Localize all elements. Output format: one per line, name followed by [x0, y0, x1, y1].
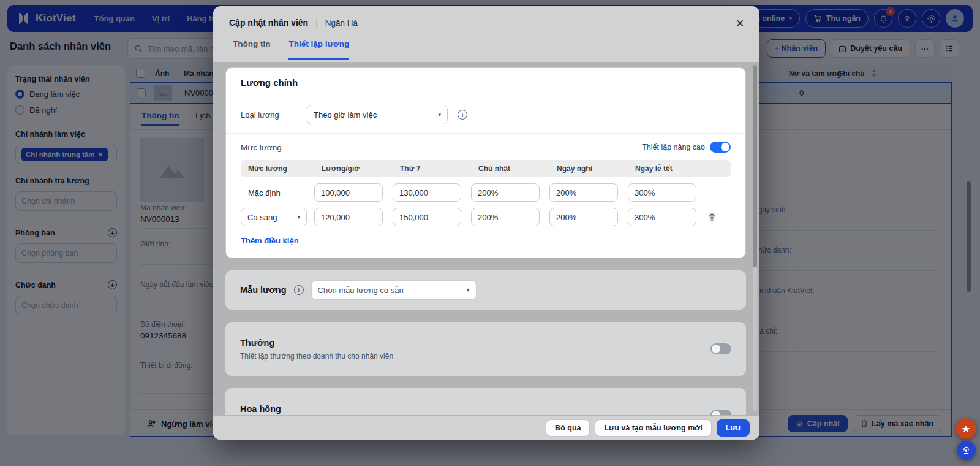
rating-fab-button[interactable]: ★ [956, 418, 976, 439]
commission-toggle[interactable] [710, 410, 731, 415]
advanced-setting: Thiết lập nâng cao [642, 142, 731, 153]
th-sunday: Chủ nhật [471, 164, 549, 173]
salary-type-select[interactable]: Theo giờ làm việc ▾ [307, 105, 448, 124]
support-fab-button[interactable] [957, 441, 976, 460]
bonus-title: Thưởng [240, 338, 393, 348]
salary-level-label: Mức lương [241, 143, 282, 152]
bonus-subtitle: Thiết lập thưởng theo doanh thu cho nhân… [240, 352, 393, 361]
bonus-card: Thưởng Thiết lập thưởng theo doanh thu c… [225, 322, 746, 376]
salary-table: Mức lương Lương/giờ Thứ 7 Chủ nhật Ngày … [241, 160, 731, 226]
skip-button[interactable]: Bỏ qua [546, 419, 590, 437]
shift-holiday-input[interactable] [628, 208, 696, 226]
salary-type-info-icon[interactable]: i [458, 110, 467, 120]
modal-title: Cập nhật nhân viên [229, 18, 308, 28]
salary-level-section: Mức lương Thiết lập nâng cao Mức lương L… [226, 134, 745, 258]
modal-tabs: Thông tin Thiết lập lương [213, 39, 760, 60]
modal-footer: Bỏ qua Lưu và tạo mẫu lương mới Lưu [213, 415, 760, 440]
star-icon: ★ [962, 423, 970, 435]
shift-dayoff-input[interactable] [549, 208, 618, 226]
shift-sunday-input[interactable] [471, 208, 540, 226]
default-dayoff-input[interactable] [549, 183, 618, 202]
th-holiday: Ngày lễ tết [628, 164, 706, 173]
salary-row-default: Mặc định [241, 183, 731, 202]
th-hourly: Lương/giờ [314, 164, 393, 173]
default-saturday-input[interactable] [393, 183, 461, 202]
advanced-toggle[interactable] [710, 142, 731, 153]
app-screen: KiotViet Tổng quan Vị trí Hàng hóa Đơn h… [0, 0, 980, 466]
delete-row-button[interactable] [706, 212, 717, 222]
close-icon[interactable]: ✕ [733, 16, 747, 31]
salary-template-card: Mẫu lương i Chọn mẫu lương có sẵn ▾ [225, 270, 746, 310]
salary-row-default-label: Mặc định [241, 188, 314, 197]
salary-template-label: Mẫu lương [240, 285, 287, 295]
select-caret-icon: ▾ [297, 214, 300, 220]
select-caret-icon: ▾ [438, 112, 441, 118]
modal-employee-name: Ngân Hà [325, 18, 358, 28]
default-sunday-input[interactable] [471, 183, 540, 202]
th-dayoff: Ngày nghỉ [549, 164, 628, 173]
salary-type-row: Loại lương Theo giờ làm việc ▾ i [226, 96, 745, 134]
main-salary-title: Lương chính [226, 68, 745, 96]
salary-template-select[interactable]: Chọn mẫu lương có sẵn ▾ [311, 280, 477, 300]
shift-saturday-input[interactable] [393, 208, 461, 226]
th-level: Mức lương [241, 164, 314, 173]
commission-title: Hoa hồng [240, 404, 412, 414]
shift-select-value: Ca sáng [247, 213, 277, 222]
save-button[interactable]: Lưu [717, 419, 750, 437]
salary-type-value: Theo giờ làm việc [314, 110, 377, 120]
default-holiday-input[interactable] [628, 183, 696, 202]
default-hourly-input[interactable] [314, 183, 383, 202]
headset-person-icon [961, 445, 971, 456]
shift-select[interactable]: Ca sáng ▾ [241, 208, 307, 226]
salary-template-placeholder: Chọn mẫu lương có sẵn [318, 286, 404, 295]
bonus-toggle[interactable] [710, 343, 731, 354]
salary-row-shift: Ca sáng ▾ [241, 208, 731, 226]
salary-template-info-icon[interactable]: i [294, 285, 304, 295]
modal-scrollbar-thumb[interactable] [753, 65, 757, 267]
shift-hourly-input[interactable] [314, 208, 383, 226]
commission-card: Hoa hồng Thiết lập mức hoa hồng theo sản… [225, 388, 746, 415]
salary-table-header: Mức lương Lương/giờ Thứ 7 Chủ nhật Ngày … [241, 160, 731, 177]
update-employee-modal: Cập nhật nhân viên | Ngân Hà ✕ Thông tin… [213, 6, 760, 440]
salary-type-label: Loại lương [241, 110, 297, 120]
save-and-template-button[interactable]: Lưu và tạo mẫu lương mới [595, 419, 711, 437]
modal-tab-salary[interactable]: Thiết lập lương [288, 39, 349, 60]
add-condition-link[interactable]: Thêm điều kiện [241, 236, 299, 245]
advanced-setting-label: Thiết lập nâng cao [642, 143, 705, 151]
title-separator: | [315, 18, 318, 28]
select-caret-icon: ▾ [467, 287, 470, 293]
modal-scrollbar-track[interactable] [753, 65, 757, 411]
modal-tab-info[interactable]: Thông tin [233, 39, 270, 60]
th-saturday: Thứ 7 [393, 164, 471, 173]
modal-body: Lương chính Loại lương Theo giờ làm việc… [213, 62, 760, 415]
main-salary-card: Lương chính Loại lương Theo giờ làm việc… [225, 67, 746, 258]
modal-header: Cập nhật nhân viên | Ngân Hà [213, 6, 760, 39]
